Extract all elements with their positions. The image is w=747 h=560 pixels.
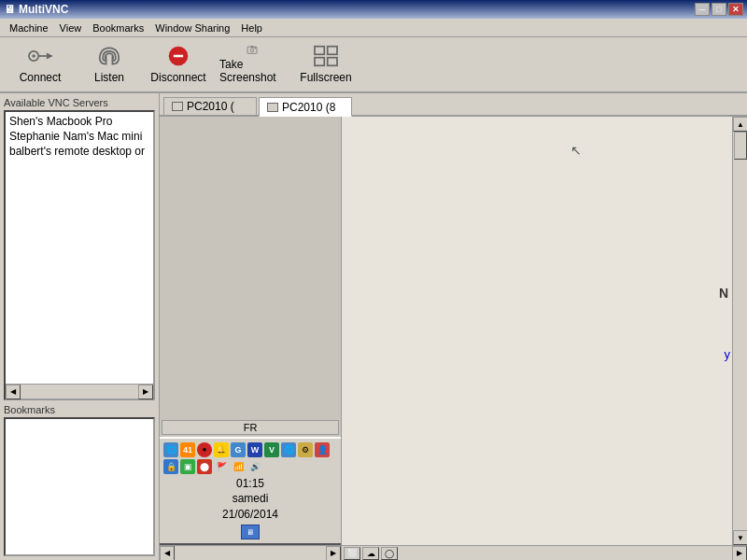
svg-rect-13	[328, 58, 337, 66]
cursor-indicator: ↖	[571, 143, 582, 158]
clock-date: 21/06/2014	[163, 507, 337, 523]
edge-text-y: y	[725, 347, 731, 361]
left-scroll-left-btn[interactable]: ◀	[160, 546, 175, 561]
menubar: Machine View Bookmarks Window Sharing He…	[0, 19, 747, 37]
clock-day: samedi	[163, 491, 337, 507]
vscroll-down-btn[interactable]: ▼	[733, 530, 747, 545]
vnc-right-pane: ↖ N y ▲ ▼ ⬜ ☁ ◯	[342, 117, 747, 560]
tray-icon-11[interactable]: ▣	[180, 459, 195, 474]
tray-icon-13[interactable]: 🚩	[214, 459, 229, 474]
vnc-left-pane: FR 🌐 41 ● 🔔 G W V 🌐 ⚙	[160, 117, 342, 560]
desktop-icon-area: 🖥	[163, 523, 337, 541]
scroll-right-button[interactable]: ▶	[138, 385, 153, 399]
menu-machine[interactable]: Machine	[4, 21, 54, 35]
tray-icon-12[interactable]: ⬤	[197, 459, 212, 474]
left-scroll-right-btn[interactable]: ▶	[326, 546, 341, 561]
tab-pc2010-2[interactable]: PC2010 (8	[259, 97, 352, 117]
listen-button[interactable]: Listen	[77, 40, 142, 89]
tray-icon-7[interactable]: 🌐	[281, 442, 296, 457]
tray-icon-10[interactable]: 🔒	[163, 459, 178, 474]
svg-marker-3	[47, 53, 53, 60]
clock-time: 01:15	[163, 476, 337, 492]
fullscreen-button[interactable]: Fullscreen	[293, 40, 359, 89]
close-button[interactable]: ✕	[728, 3, 743, 16]
tray-icon-14[interactable]: 📶	[231, 459, 246, 474]
titlebar: 🖥 MultiVNC ─ □ ✕	[0, 0, 747, 19]
tray-icon-15[interactable]: 🔊	[247, 459, 262, 474]
vnc-servers-list-container: Shen's Macbook Pro Stephanie Nam's Mac m…	[6, 112, 153, 384]
edge-text-n: N	[719, 286, 728, 301]
bottom-bar-icons: ⬜ ☁ ◯	[342, 547, 400, 560]
svg-rect-10	[315, 47, 324, 55]
vnc-main-view[interactable]	[160, 117, 341, 418]
connect-icon	[25, 45, 55, 67]
vnc-language-indicator: FR	[162, 420, 339, 435]
fullscreen-label: Fullscreen	[300, 71, 351, 84]
screenshot-icon	[237, 45, 267, 54]
right-hscroll-right-btn[interactable]: ▶	[732, 546, 747, 561]
tab-content: FR 🌐 41 ● 🔔 G W V 🌐 ⚙	[160, 117, 747, 560]
bottom-icon-square[interactable]: ⬜	[344, 547, 360, 560]
tray-icon-8[interactable]: ⚙	[298, 442, 313, 457]
tray-icon-1[interactable]: 41	[180, 442, 195, 457]
tab-bar: PC2010 ( PC2010 (8	[160, 93, 747, 117]
bookmarks-box	[4, 417, 155, 556]
right-bottom-bar: ⬜ ☁ ◯ ▶	[342, 545, 747, 560]
menu-view[interactable]: View	[54, 21, 88, 35]
tray-icon-3[interactable]: 🔔	[214, 442, 229, 457]
right-hscroll-track[interactable]	[400, 546, 732, 560]
vnc-servers-label: Available VNC Servers	[4, 97, 155, 108]
tray-icon-9[interactable]: 👤	[315, 442, 330, 457]
tab-icon-1	[172, 102, 183, 111]
svg-point-7	[250, 49, 254, 52]
toolbar: Connect Listen Disconnect Take Screensho…	[0, 37, 747, 93]
scroll-left-button[interactable]: ◀	[6, 385, 21, 399]
right-area: PC2010 ( PC2010 (8 FR 🌐 41	[159, 93, 747, 560]
main-area: Available VNC Servers Shen's Macbook Pro…	[0, 93, 747, 560]
menu-window-sharing[interactable]: Window Sharing	[149, 21, 235, 35]
vscroll-track[interactable]	[733, 132, 747, 530]
minimize-button[interactable]: ─	[695, 3, 710, 16]
bottom-icon-circle[interactable]: ◯	[381, 547, 398, 560]
tray-icon-4[interactable]: G	[231, 442, 246, 457]
vscroll-thumb[interactable]	[734, 132, 747, 160]
screenshot-label: Take Screenshot	[219, 58, 285, 84]
svg-rect-12	[315, 58, 324, 66]
connect-button[interactable]: Connect	[7, 40, 73, 89]
maximize-button[interactable]: □	[712, 3, 726, 16]
menu-bookmarks[interactable]: Bookmarks	[87, 21, 149, 35]
server-list: Shen's Macbook Pro Stephanie Nam's Mac m…	[7, 114, 151, 159]
left-hscroll-track[interactable]	[175, 546, 326, 560]
hscrollbar-track[interactable]	[21, 385, 138, 399]
listen-icon	[94, 45, 124, 67]
screenshot-button[interactable]: Take Screenshot	[215, 40, 289, 89]
svg-rect-8	[251, 46, 254, 47]
vnc-clock: 01:15 samedi 21/06/2014	[163, 476, 337, 523]
server-item[interactable]: Shen's Macbook Pro	[7, 114, 151, 129]
desktop-icon[interactable]: 🖥	[241, 525, 260, 539]
tab-label-2: PC2010 (8	[282, 101, 335, 114]
vnc-servers-box: Shen's Macbook Pro Stephanie Nam's Mac m…	[4, 110, 155, 400]
server-list-hscrollbar: ◀ ▶	[6, 384, 153, 399]
vnc-taskbar: 🌐 41 ● 🔔 G W V 🌐 ⚙ 👤 🔒 ▣ ⬤	[160, 437, 341, 545]
vnc-system-tray: 🌐 41 ● 🔔 G W V 🌐 ⚙ 👤 🔒 ▣ ⬤	[163, 441, 337, 476]
app-icon: 🖥	[4, 3, 15, 16]
tray-icon-2[interactable]: ●	[197, 442, 212, 457]
tray-icon-5[interactable]: W	[247, 442, 262, 457]
menu-help[interactable]: Help	[235, 21, 268, 35]
tray-icon-0[interactable]: 🌐	[163, 442, 178, 457]
disconnect-label: Disconnect	[150, 71, 205, 84]
bottom-icon-cloud[interactable]: ☁	[362, 547, 379, 560]
server-item[interactable]: Stephanie Nam's Mac mini	[7, 129, 151, 144]
right-vscrollbar: ▲ ▼	[732, 117, 747, 545]
tray-icon-6[interactable]: V	[264, 442, 279, 457]
server-item[interactable]: balbert's remote desktop or	[7, 144, 151, 159]
vscroll-up-btn[interactable]: ▲	[733, 117, 747, 132]
tab-pc2010-1[interactable]: PC2010 (	[163, 97, 257, 115]
listen-label: Listen	[94, 71, 124, 84]
connect-label: Connect	[20, 71, 62, 84]
fullscreen-icon	[311, 45, 341, 67]
svg-rect-11	[328, 47, 337, 55]
bookmarks-content	[6, 419, 153, 554]
disconnect-button[interactable]: Disconnect	[146, 40, 211, 89]
